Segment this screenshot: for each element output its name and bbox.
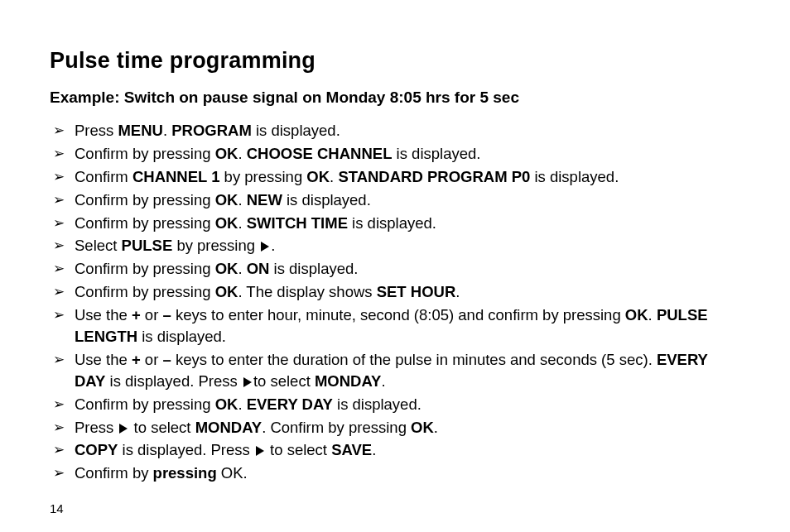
list-item: Select PULSE by pressing . bbox=[50, 235, 740, 256]
list-item: Confirm by pressing OK. ON is displayed. bbox=[50, 258, 740, 280]
right-triangle-icon bbox=[256, 446, 264, 456]
bold-text: OK bbox=[215, 191, 238, 208]
document-page: Pulse time programming Example: Switch o… bbox=[0, 0, 790, 532]
text: . bbox=[163, 122, 171, 139]
text: . bbox=[238, 214, 246, 232]
text: Confirm by pressing bbox=[75, 191, 215, 208]
bold-text: OK bbox=[215, 260, 238, 277]
list-item: Use the + or – keys to enter the duratio… bbox=[50, 349, 740, 392]
right-triangle-icon bbox=[261, 242, 269, 252]
bold-text: ON bbox=[247, 260, 270, 277]
bold-text: CHANNEL 1 bbox=[132, 168, 220, 185]
bold-text: SET HOUR bbox=[377, 283, 456, 300]
list-item: Confirm by pressing OK. bbox=[50, 463, 740, 484]
text: is displayed. bbox=[333, 395, 421, 413]
bold-text: OK bbox=[411, 419, 434, 436]
bold-text: PROGRAM bbox=[171, 122, 252, 139]
text: is displayed. bbox=[252, 122, 340, 139]
right-triangle-icon bbox=[119, 424, 128, 434]
list-item: Press to select MONDAY. Confirm by press… bbox=[50, 417, 740, 439]
list-item: COPY is displayed. Press to select SAVE. bbox=[50, 439, 740, 461]
text: to select bbox=[253, 372, 315, 390]
text: is displayed. bbox=[392, 145, 480, 162]
text: . bbox=[238, 260, 246, 277]
text: is displayed. bbox=[348, 214, 436, 232]
text: . bbox=[455, 283, 460, 300]
text: . bbox=[372, 441, 376, 458]
text: Confirm by pressing bbox=[75, 145, 215, 162]
bold-text: – bbox=[162, 351, 171, 368]
text: by pressing bbox=[219, 168, 306, 185]
list-item: Press MENU. PROGRAM is displayed. bbox=[50, 120, 740, 141]
text: or bbox=[141, 351, 163, 368]
text: is displayed. bbox=[137, 328, 226, 345]
text: is displayed. Press bbox=[118, 441, 254, 458]
text: Use the bbox=[75, 351, 132, 368]
text: keys to enter hour, minute, second (8:05… bbox=[171, 306, 625, 324]
bold-text: EVERY DAY bbox=[247, 395, 333, 413]
text: . bbox=[238, 395, 246, 413]
example-subtitle: Example: Switch on pause signal on Monda… bbox=[50, 89, 740, 107]
bold-text: OK bbox=[215, 214, 238, 232]
text: Confirm by bbox=[75, 464, 153, 482]
text: . bbox=[238, 145, 246, 162]
bold-text: SAVE bbox=[331, 441, 372, 458]
text: . bbox=[271, 237, 275, 254]
bold-text: pressing bbox=[153, 464, 217, 482]
list-item: Confirm by pressing OK. CHOOSE CHANNEL i… bbox=[50, 143, 740, 165]
list-item: Confirm CHANNEL 1 by pressing OK. STANDA… bbox=[50, 166, 740, 188]
text: OK. bbox=[217, 464, 248, 482]
bold-text: – bbox=[162, 306, 171, 324]
bold-text: MENU bbox=[118, 122, 162, 139]
list-item: Confirm by pressing OK. The display show… bbox=[50, 281, 740, 303]
bold-text: CHOOSE CHANNEL bbox=[247, 145, 393, 162]
text: Press bbox=[75, 419, 118, 436]
list-item: Confirm by pressing OK. NEW is displayed… bbox=[50, 189, 740, 211]
bold-text: OK bbox=[625, 306, 648, 324]
text: keys to enter the duration of the pulse … bbox=[171, 351, 657, 368]
text: is displayed. bbox=[282, 191, 371, 208]
bold-text: MONDAY bbox=[315, 372, 382, 390]
text: or bbox=[141, 306, 163, 324]
bold-text: OK bbox=[306, 168, 330, 185]
text: is displayed. bbox=[530, 168, 619, 185]
text: Confirm bbox=[75, 168, 132, 185]
text: Confirm by pressing bbox=[75, 395, 215, 413]
text: to select bbox=[129, 419, 195, 436]
text: by pressing bbox=[172, 237, 259, 254]
text: . bbox=[381, 372, 385, 390]
text: Confirm by pressing bbox=[75, 214, 215, 232]
bold-text: COPY bbox=[75, 441, 118, 458]
text: Select bbox=[75, 237, 122, 254]
bold-text: + bbox=[132, 306, 141, 324]
page-number: 14 bbox=[50, 501, 64, 515]
list-item: Confirm by pressing OK. EVERY DAY is dis… bbox=[50, 394, 740, 415]
bold-text: OK bbox=[215, 145, 238, 162]
text: is displayed. Press bbox=[105, 372, 242, 390]
text: . bbox=[434, 419, 438, 436]
text: to select bbox=[266, 441, 331, 458]
bold-text: STANDARD PROGRAM P0 bbox=[338, 168, 530, 185]
text: . bbox=[238, 191, 246, 208]
text: Press bbox=[75, 122, 118, 139]
bold-text: PULSE bbox=[122, 237, 173, 254]
text: is displayed. bbox=[269, 260, 358, 277]
bold-text: SWITCH TIME bbox=[247, 214, 348, 232]
text: . Confirm by pressing bbox=[262, 419, 411, 436]
bold-text: MONDAY bbox=[195, 419, 263, 436]
text: Confirm by pressing bbox=[75, 260, 215, 277]
bold-text: OK bbox=[215, 395, 238, 413]
text: . bbox=[648, 306, 657, 324]
text: . The display shows bbox=[238, 283, 376, 300]
list-item: Use the + or – keys to enter hour, minut… bbox=[50, 304, 740, 347]
list-item: Confirm by pressing OK. SWITCH TIME is d… bbox=[50, 213, 740, 234]
text: Confirm by pressing bbox=[75, 283, 215, 300]
step-list: Press MENU. PROGRAM is displayed.Confirm… bbox=[50, 120, 740, 484]
text: . bbox=[330, 168, 338, 185]
bold-text: + bbox=[132, 351, 141, 368]
page-title: Pulse time programming bbox=[50, 48, 740, 74]
text: Use the bbox=[75, 306, 132, 324]
bold-text: OK bbox=[215, 283, 238, 300]
right-triangle-icon bbox=[243, 377, 252, 387]
bold-text: NEW bbox=[247, 191, 282, 208]
